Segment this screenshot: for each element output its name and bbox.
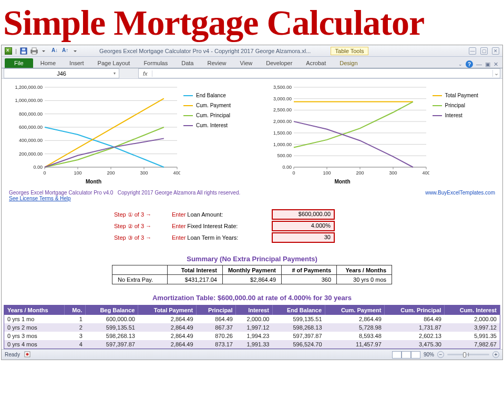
amort-cell: 2,864.49 xyxy=(138,315,197,323)
amort-cell: 3,997.12 xyxy=(445,323,500,332)
ribbon-tabs: File Home Insert Page Layout Formulas Da… xyxy=(2,57,502,68)
amort-cell: 870.26 xyxy=(197,332,236,340)
summary-cell: $431,217.04 xyxy=(167,275,222,284)
tab-review[interactable]: Review xyxy=(201,58,232,68)
zoom-percent[interactable]: 90% xyxy=(424,352,434,357)
sort-asc-icon[interactable]: A↓ xyxy=(52,47,59,55)
table-row: 0 yrs 2 mos2599,135.512,864.49867.371,99… xyxy=(4,323,500,332)
tab-view[interactable]: View xyxy=(234,58,259,68)
amort-header: Interest xyxy=(236,305,272,315)
svg-text:0.00: 0.00 xyxy=(33,165,43,170)
tab-insert[interactable]: Insert xyxy=(63,58,90,68)
amort-cell: 4 xyxy=(64,340,85,349)
amort-cell: 597,397.87 xyxy=(272,332,325,340)
name-box[interactable]: J46 xyxy=(4,68,119,78)
step-field-label: Enter Loan Amount: xyxy=(172,211,272,218)
doc-minimize-icon[interactable]: — xyxy=(476,61,482,67)
svg-rect-5 xyxy=(32,52,36,54)
amort-cell: 1,994.23 xyxy=(236,332,272,340)
qat-customize-icon[interactable] xyxy=(73,47,80,55)
doc-close-icon[interactable]: ✕ xyxy=(493,61,498,68)
restore-button[interactable]: ▢ xyxy=(480,47,488,55)
amort-cell: 1,997.12 xyxy=(236,323,272,332)
window-title: Georges Excel Mortgage Calculator Pro v4… xyxy=(82,48,328,54)
preview-dropdown-icon[interactable] xyxy=(41,47,48,55)
macro-record-icon[interactable] xyxy=(24,351,30,358)
close-button[interactable]: ✕ xyxy=(492,47,499,55)
fx-icon[interactable]: fx xyxy=(139,70,152,77)
amort-header: Total Payment xyxy=(138,305,197,315)
tab-acrobat[interactable]: Acrobat xyxy=(300,58,332,68)
amort-cell: 864.49 xyxy=(385,315,445,323)
summary-header xyxy=(112,265,167,275)
tab-file[interactable]: File xyxy=(5,58,33,68)
amort-cell: 598,268.13 xyxy=(272,323,325,332)
minimize-button[interactable]: — xyxy=(469,47,476,55)
amort-cell: 11,457.97 xyxy=(325,340,385,349)
sort-desc-icon[interactable]: A↑ xyxy=(62,47,69,55)
legend-item: Total Payment xyxy=(433,93,478,98)
print-icon[interactable] xyxy=(30,47,38,55)
svg-text:3,500.00: 3,500.00 xyxy=(273,85,291,90)
svg-rect-4 xyxy=(32,48,36,50)
summary-header: Total Interest xyxy=(167,265,222,275)
expand-formula-bar-icon[interactable]: ⌄ xyxy=(492,70,500,77)
tab-page-layout[interactable]: Page Layout xyxy=(91,58,137,68)
svg-text:1,500.00: 1,500.00 xyxy=(273,130,291,136)
tab-developer[interactable]: Developer xyxy=(260,58,299,68)
chart2-legend: Total PaymentPrincipalInterest xyxy=(429,84,480,185)
amort-cell: 2,000.00 xyxy=(445,315,500,323)
summary-header: # of Payments xyxy=(282,265,337,275)
svg-text:100: 100 xyxy=(323,170,331,176)
svg-text:100: 100 xyxy=(74,170,81,176)
status-bar: Ready 90% − + xyxy=(2,349,502,360)
step-input[interactable]: 30 xyxy=(272,232,335,243)
svg-text:200: 200 xyxy=(356,170,364,176)
page-heading: Simple Mortgage Calculator xyxy=(0,0,504,45)
svg-text:500.00: 500.00 xyxy=(277,153,292,158)
step-input[interactable]: 4.000% xyxy=(272,221,335,231)
zoom-out-button[interactable]: − xyxy=(437,351,444,358)
svg-text:0.00: 0.00 xyxy=(282,165,292,170)
amort-header: Years / Months xyxy=(4,305,65,315)
excel-logo-icon xyxy=(5,47,12,55)
tab-formulas[interactable]: Formulas xyxy=(137,58,174,68)
step-row: Step ② of 3 → Enter Fixed Interest Rate:… xyxy=(114,220,500,232)
amort-cell: 2,864.49 xyxy=(138,323,197,332)
chart-cumulative: 0.00200,000.00400,000.00600,000.00800,00… xyxy=(7,84,249,185)
step-field-label: Enter Fixed Interest Rate: xyxy=(172,223,272,229)
footnote-url[interactable]: www.BuyExcelTemplates.com xyxy=(425,190,495,201)
svg-text:0: 0 xyxy=(43,170,46,176)
license-link[interactable]: See License Terms & Help xyxy=(9,196,71,201)
table-row: 0 yrs 1 mo1600,000.002,864.49864.492,000… xyxy=(4,315,500,323)
zoom-in-button[interactable]: + xyxy=(492,351,499,358)
ribbon-minimize-icon[interactable]: ⌄ xyxy=(458,62,462,67)
amort-cell: 2,000.00 xyxy=(236,315,272,323)
summary-header: Years / Months xyxy=(337,265,392,275)
tab-design[interactable]: Design xyxy=(333,58,364,68)
view-switcher[interactable] xyxy=(392,351,420,358)
save-icon[interactable] xyxy=(20,47,27,55)
amort-header: Cum. Interest xyxy=(445,305,500,315)
legend-item: Cum. Interest xyxy=(183,122,231,128)
tab-data[interactable]: Data xyxy=(175,58,200,68)
summary-table: Total InterestMonthly Payment# of Paymen… xyxy=(112,265,392,284)
amort-cell: 0 yrs 4 mos xyxy=(4,340,65,349)
page-break-view-icon[interactable] xyxy=(411,351,420,358)
svg-rect-2 xyxy=(22,48,25,50)
svg-text:2,000.00: 2,000.00 xyxy=(273,119,291,124)
zoom-slider[interactable] xyxy=(447,354,489,355)
amort-header: Beg Balance xyxy=(86,305,138,315)
amort-cell: 2,864.49 xyxy=(138,340,197,349)
doc-restore-icon[interactable]: ▣ xyxy=(485,61,490,68)
step-label: Step ① of 3 → xyxy=(114,211,172,218)
normal-view-icon[interactable] xyxy=(392,351,402,358)
step-label: Step ② of 3 → xyxy=(114,223,172,230)
amort-cell: 3 xyxy=(64,332,85,340)
step-input[interactable]: $600,000.00 xyxy=(272,209,335,220)
tab-home[interactable]: Home xyxy=(34,58,62,68)
amort-cell: 598,268.13 xyxy=(86,332,138,340)
page-layout-view-icon[interactable] xyxy=(402,351,411,358)
help-icon[interactable]: ? xyxy=(466,60,473,68)
svg-text:800,000.00: 800,000.00 xyxy=(19,111,43,117)
